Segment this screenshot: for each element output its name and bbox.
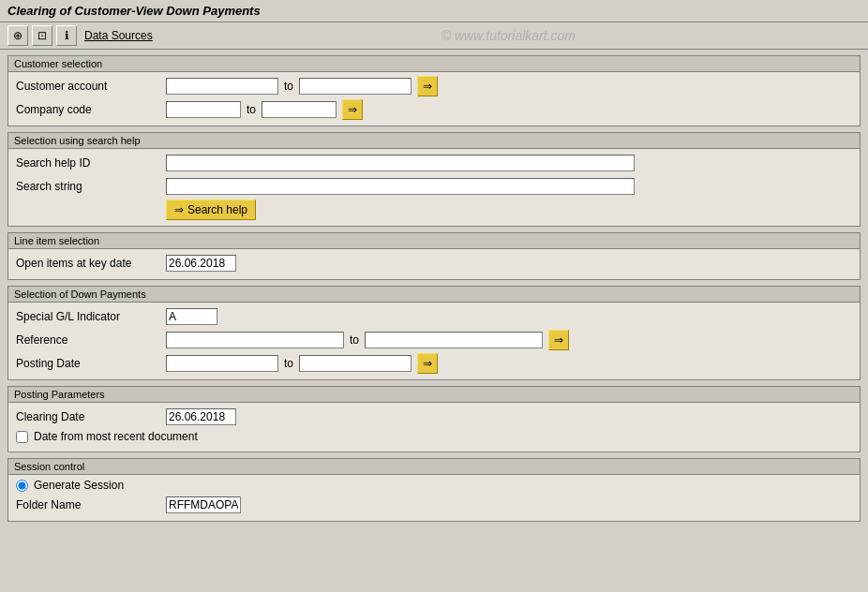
generate-session-radio[interactable] [16,480,28,492]
company-code-to[interactable] [262,101,337,118]
customer-account-from[interactable] [166,78,278,95]
down-payments-header: Selection of Down Payments [8,287,860,303]
customer-selection-header: Customer selection [8,56,860,72]
posting-date-from[interactable] [166,355,278,372]
search-string-label: Search string [16,180,166,193]
posting-params-body: Clearing Date Date from most recent docu… [8,403,860,451]
posting-date-to-label: to [284,357,293,370]
reference-to-label: to [350,333,359,347]
open-items-label: Open items at key date [16,257,166,270]
line-item-body: Open items at key date [8,249,860,279]
main-content: Customer selection Customer account to ⇒… [0,50,868,592]
folder-name-input[interactable] [166,496,241,513]
posting-date-label: Posting Date [16,357,166,370]
date-checkbox-label: Date from most recent document [34,430,198,443]
search-help-btn-label: Search help [187,203,247,216]
reference-row: Reference to ⇒ [16,330,852,350]
customer-selection-section: Customer selection Customer account to ⇒… [7,55,861,126]
reference-arrow[interactable]: ⇒ [548,330,569,350]
clearing-date-label: Clearing Date [16,410,166,423]
watermark: © www.tutorialkart.com [157,28,861,43]
search-help-header: Selection using search help [8,133,860,149]
search-help-id-row: Search help ID [16,153,852,173]
customer-account-arrow[interactable]: ⇒ [417,76,438,96]
search-string-row: Search string [16,176,852,197]
data-sources-label[interactable]: Data Sources [84,29,153,42]
posting-date-row: Posting Date to ⇒ [16,353,852,374]
page-title: Clearing of Customer-View Down Payments [7,4,261,18]
session-control-section: Session control Generate Session Folder … [7,458,861,522]
company-code-arrow[interactable]: ⇒ [342,99,363,120]
clearing-date-row: Clearing Date [16,407,852,427]
folder-name-row: Folder Name [16,495,852,515]
toolbar: ⊕ ⊡ ℹ Data Sources © www.tutorialkart.co… [0,22,868,50]
session-control-body: Generate Session Folder Name [8,475,860,521]
generate-session-row: Generate Session [16,479,852,492]
customer-account-to[interactable] [299,78,412,95]
customer-selection-body: Customer account to ⇒ Company code to ⇒ [8,72,860,126]
open-items-date[interactable] [166,255,236,272]
company-code-from[interactable] [166,101,241,118]
search-help-id-input[interactable] [166,155,635,171]
search-help-btn-row: ⇒ Search help [16,200,852,220]
company-code-to-label: to [247,103,256,116]
down-payments-section: Selection of Down Payments Special G/L I… [7,286,861,380]
posting-date-arrow[interactable]: ⇒ [417,353,438,374]
line-item-section: Line item selection Open items at key da… [7,232,861,280]
search-help-button[interactable]: ⇒ Search help [166,200,256,220]
date-checkbox[interactable] [16,431,28,443]
clearing-date-input[interactable] [166,408,236,425]
line-item-header: Line item selection [8,233,860,249]
customer-account-to-label: to [284,80,293,93]
open-items-row: Open items at key date [16,253,852,274]
search-help-btn-icon: ⇒ [174,203,184,216]
toolbar-btn-grid[interactable]: ⊡ [32,25,52,46]
down-payments-body: Special G/L Indicator Reference to ⇒ Pos… [8,303,860,379]
search-string-input[interactable] [166,178,635,195]
date-checkbox-row: Date from most recent document [16,430,852,443]
customer-account-label: Customer account [16,80,166,93]
posting-date-to[interactable] [299,355,412,372]
toolbar-btn-info[interactable]: ℹ [56,25,77,46]
search-help-body: Search help ID Search string ⇒ Search he… [8,149,860,226]
special-gl-input[interactable] [166,308,217,325]
reference-from[interactable] [166,332,344,348]
posting-params-header: Posting Parameters [8,387,860,403]
reference-to[interactable] [365,332,543,348]
search-help-section: Selection using search help Search help … [7,132,861,227]
company-code-label: Company code [16,103,166,116]
reference-label: Reference [16,333,166,347]
customer-account-row: Customer account to ⇒ [16,76,852,96]
folder-name-label: Folder Name [16,498,166,511]
company-code-row: Company code to ⇒ [16,99,852,120]
search-help-id-label: Search help ID [16,156,166,170]
generate-session-label: Generate Session [34,479,124,492]
special-gl-row: Special G/L Indicator [16,306,852,327]
toolbar-btn-back[interactable]: ⊕ [7,25,28,46]
session-control-header: Session control [8,459,860,475]
special-gl-label: Special G/L Indicator [16,310,166,323]
posting-params-section: Posting Parameters Clearing Date Date fr… [7,386,861,452]
title-bar: Clearing of Customer-View Down Payments [0,0,868,22]
